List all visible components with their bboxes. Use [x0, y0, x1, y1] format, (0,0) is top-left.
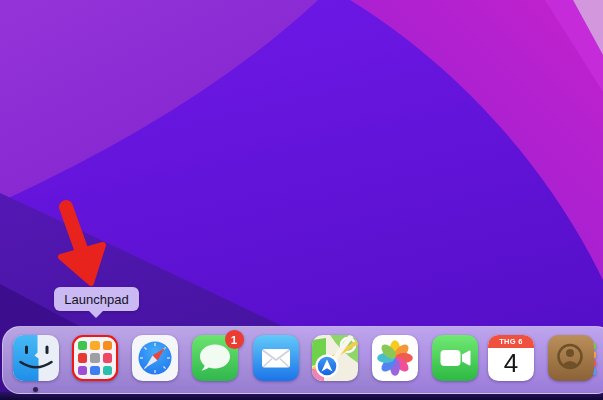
tooltip-pointer — [88, 310, 104, 318]
dock-item-maps[interactable] — [312, 335, 358, 381]
mail-icon — [253, 335, 299, 381]
tooltip-label: Launchpad — [64, 292, 128, 307]
launchpad-tooltip: Launchpad — [54, 287, 139, 311]
dock-item-mail[interactable] — [253, 335, 299, 381]
calendar-month-label: THG 6 — [488, 335, 534, 348]
calendar-icon: THG 6 4 — [488, 335, 534, 381]
dock-item-facetime[interactable] — [432, 335, 478, 381]
running-indicator-dot — [33, 387, 38, 392]
dock-item-launchpad[interactable] — [72, 335, 118, 381]
desktop: Launchpad — [0, 0, 603, 400]
dock-item-safari[interactable] — [132, 335, 178, 381]
dock-item-calendar[interactable]: THG 6 4 — [488, 335, 534, 381]
launchpad-icon — [72, 335, 118, 381]
calendar-day-number: 4 — [488, 348, 534, 381]
finder-icon — [13, 335, 59, 381]
safari-icon — [132, 335, 178, 381]
contacts-icon — [548, 335, 598, 381]
maps-icon — [312, 335, 358, 381]
facetime-icon — [432, 335, 478, 381]
notification-badge: 1 — [225, 330, 244, 349]
dock-item-messages[interactable]: 1 — [192, 335, 238, 381]
photos-icon — [372, 335, 418, 381]
dock-item-photos[interactable] — [372, 335, 418, 381]
dock-item-contacts[interactable] — [548, 335, 594, 381]
dock-item-finder[interactable] — [13, 335, 59, 381]
